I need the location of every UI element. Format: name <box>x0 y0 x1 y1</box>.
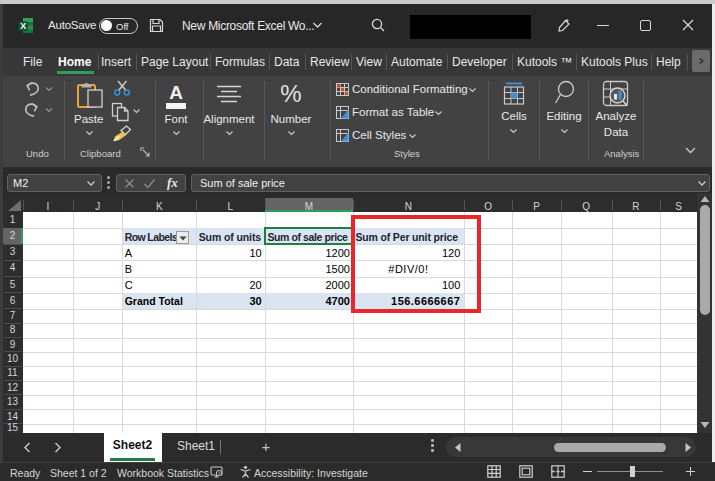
svg-text:X: X <box>20 21 26 31</box>
